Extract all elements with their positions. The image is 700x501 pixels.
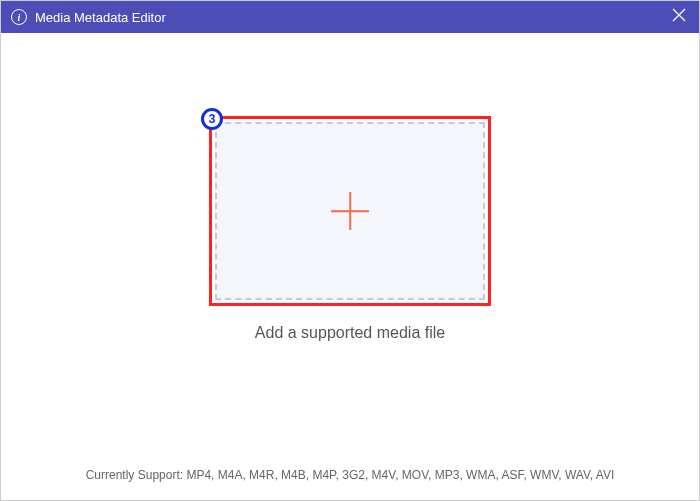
close-icon[interactable] xyxy=(669,8,689,26)
content-area: 3 Add a supported media file Currently S… xyxy=(1,33,699,500)
dropzone-label: Add a supported media file xyxy=(255,324,445,342)
supported-formats-text: Currently Support: MP4, M4A, M4R, M4B, M… xyxy=(1,468,699,482)
plus-icon xyxy=(331,192,369,230)
add-media-dropzone[interactable] xyxy=(215,122,485,300)
dropzone-wrapper: 3 xyxy=(211,118,489,304)
step-badge: 3 xyxy=(201,108,223,130)
app-window: i Media Metadata Editor 3 Add a supporte… xyxy=(0,0,700,501)
window-title: Media Metadata Editor xyxy=(35,10,669,25)
title-bar: i Media Metadata Editor xyxy=(1,1,699,33)
info-icon: i xyxy=(11,9,27,25)
